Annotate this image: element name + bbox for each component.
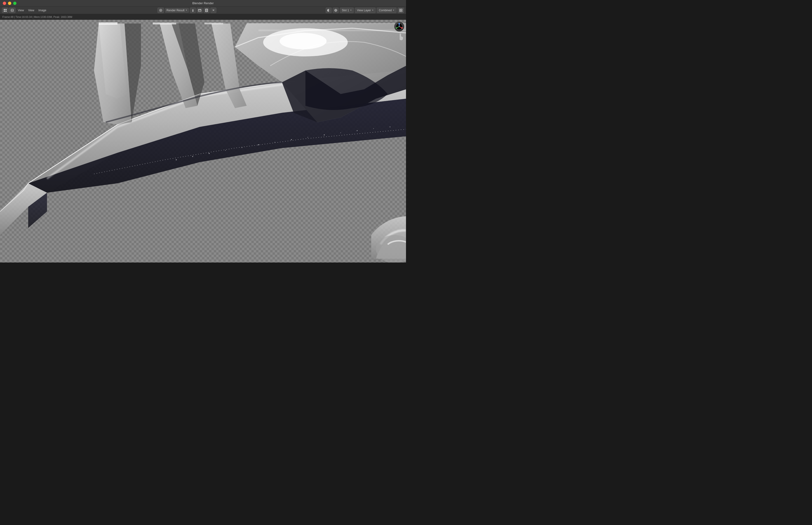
maximize-button[interactable]: [13, 2, 16, 5]
render-icon-button[interactable]: [157, 7, 164, 13]
render-result-arrow: ▼: [185, 9, 187, 11]
svg-rect-10: [206, 9, 207, 10]
menu-bar: View View Image Render Result ▼: [0, 6, 406, 14]
slot-label: Slot 1: [342, 9, 349, 12]
close-button[interactable]: [3, 2, 6, 5]
color-management-button[interactable]: [326, 7, 332, 13]
svg-rect-1: [5, 9, 6, 10]
slot-dropdown[interactable]: Slot 1 ▼: [340, 7, 354, 13]
image-menu-item[interactable]: Image: [37, 8, 48, 13]
svg-point-59: [401, 27, 403, 29]
view2-menu-item[interactable]: View: [26, 8, 36, 13]
svg-rect-0: [4, 9, 5, 10]
svg-point-43: [242, 147, 243, 148]
render-image: [0, 20, 406, 262]
svg-point-47: [308, 137, 308, 138]
svg-point-29: [280, 33, 326, 49]
svg-point-50: [357, 130, 357, 131]
mode-icon-button[interactable]: [9, 7, 16, 13]
viewport-icons: [394, 21, 404, 42]
svg-rect-8: [198, 10, 201, 12]
render-viewport[interactable]: [0, 20, 406, 262]
menu-right: Slot 1 ▼ View Layer ▼ Combined ▼: [326, 7, 404, 13]
combined-label: Combined: [379, 9, 392, 12]
render-result-dropdown[interactable]: Render Result ▼: [165, 8, 189, 13]
display-options-button[interactable]: [333, 7, 339, 13]
slot-arrow: ▼: [350, 9, 352, 11]
svg-rect-15: [401, 9, 402, 10]
orientation-gizmo[interactable]: [394, 21, 404, 31]
svg-point-42: [225, 150, 226, 151]
view-layer-arrow: ▼: [372, 9, 373, 11]
svg-point-45: [275, 142, 275, 142]
render-result-label: Render Result: [167, 9, 185, 12]
save-button[interactable]: [203, 7, 210, 13]
svg-point-60: [396, 28, 397, 29]
editor-type-button[interactable]: [2, 7, 9, 13]
svg-rect-2: [4, 11, 5, 12]
status-text: Frame:48 | Time:16:03.34 | Mem:1330.03M,…: [2, 15, 72, 18]
svg-point-41: [209, 153, 210, 154]
svg-rect-11: [205, 11, 208, 12]
traffic-lights: [3, 2, 16, 5]
svg-point-46: [291, 139, 292, 140]
svg-point-40: [192, 156, 193, 157]
svg-point-44: [258, 144, 259, 145]
status-bar: Frame:48 | Time:16:03.34 | Mem:1330.03M,…: [0, 14, 406, 20]
minimize-button[interactable]: [8, 2, 11, 5]
pan-tool-icon[interactable]: [398, 33, 404, 42]
svg-point-52: [389, 126, 390, 127]
svg-rect-17: [401, 11, 402, 12]
title-bar: Blender Render: [0, 0, 406, 6]
window-title: Blender Render: [192, 1, 214, 5]
view-menu-item[interactable]: View: [16, 8, 26, 13]
combined-dropdown[interactable]: Combined ▼: [377, 7, 397, 13]
svg-point-7: [160, 10, 161, 11]
svg-point-49: [340, 133, 341, 133]
svg-point-61: [399, 26, 400, 27]
svg-point-58: [398, 23, 400, 25]
browse-button[interactable]: [197, 7, 203, 13]
render-canvas: [0, 20, 406, 262]
menu-center: Render Result ▼: [49, 7, 325, 13]
svg-rect-14: [399, 9, 401, 10]
view-layer-label: View Layer: [357, 9, 371, 12]
svg-rect-16: [399, 11, 401, 12]
combined-arrow: ▼: [393, 9, 395, 11]
render-action-buttons: ✕: [190, 7, 216, 13]
view-layer-dropdown[interactable]: View Layer ▼: [355, 7, 376, 13]
svg-point-51: [373, 128, 374, 129]
menu-left: View View Image: [2, 7, 48, 13]
svg-rect-3: [5, 11, 6, 12]
pin-button[interactable]: [190, 7, 196, 13]
svg-point-48: [324, 134, 325, 135]
close-render-button[interactable]: ✕: [210, 7, 216, 13]
extra-options-button[interactable]: [398, 7, 404, 13]
svg-point-39: [176, 159, 177, 160]
